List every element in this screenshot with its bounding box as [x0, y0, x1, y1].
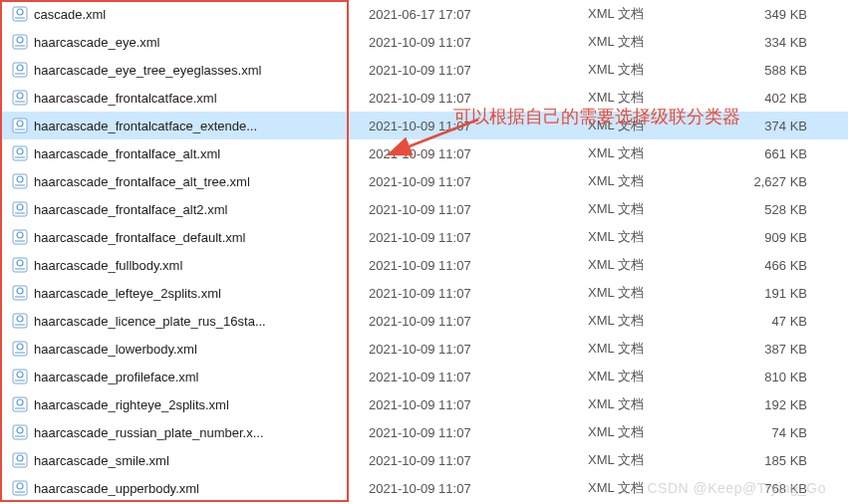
file-date: 2021-10-09 11:07	[369, 91, 471, 106]
file-date: 2021-10-09 11:07	[369, 146, 471, 161]
file-date: 2021-10-09 11:07	[369, 202, 471, 217]
annotation-text: 可以根据自己的需要选择级联分类器	[453, 105, 740, 128]
file-date: 2021-10-09 11:07	[369, 63, 471, 78]
file-size: 387 KB	[737, 342, 807, 357]
file-date: 2021-10-09 11:07	[369, 314, 471, 329]
file-date: 2021-10-09 11:07	[369, 342, 471, 357]
file-type: XML 文档	[588, 312, 644, 330]
file-size: 185 KB	[737, 453, 807, 468]
file-type: XML 文档	[588, 284, 644, 302]
file-size: 810 KB	[737, 370, 807, 384]
file-date: 2021-10-09 11:07	[369, 230, 471, 245]
file-date: 2021-10-09 11:07	[369, 425, 471, 440]
file-type: XML 文档	[588, 256, 644, 274]
file-type: XML 文档	[588, 479, 644, 497]
file-date: 2021-06-17 17:07	[369, 7, 471, 22]
file-date: 2021-10-09 11:07	[369, 174, 471, 189]
file-date: 2021-10-09 11:07	[369, 481, 471, 496]
file-list-highlight-box	[0, 0, 349, 502]
watermark: CSDN @Keep@Trying_Go	[647, 480, 826, 496]
file-size: 74 KB	[737, 425, 807, 440]
file-size: 374 KB	[737, 119, 807, 133]
file-size: 661 KB	[737, 146, 807, 161]
file-type: XML 文档	[588, 172, 644, 190]
file-date: 2021-10-09 11:07	[369, 370, 471, 384]
file-type: XML 文档	[588, 451, 644, 469]
file-type: XML 文档	[588, 61, 644, 79]
file-type: XML 文档	[588, 228, 644, 246]
file-date: 2021-10-09 11:07	[369, 453, 471, 468]
file-size: 349 KB	[737, 7, 807, 22]
file-size: 2,627 KB	[737, 174, 807, 189]
file-size: 47 KB	[737, 314, 807, 329]
file-size: 334 KB	[737, 35, 807, 50]
file-type: XML 文档	[588, 423, 644, 441]
file-type: XML 文档	[588, 340, 644, 358]
file-date: 2021-10-09 11:07	[369, 397, 471, 412]
file-size: 909 KB	[737, 230, 807, 245]
file-size: 588 KB	[737, 63, 807, 78]
file-size: 528 KB	[737, 202, 807, 217]
file-date: 2021-10-09 11:07	[369, 258, 471, 273]
file-type: XML 文档	[588, 144, 644, 162]
file-type: XML 文档	[588, 200, 644, 218]
file-type: XML 文档	[588, 33, 644, 51]
file-size: 402 KB	[737, 91, 807, 106]
file-type: XML 文档	[588, 395, 644, 413]
file-size: 191 KB	[737, 286, 807, 301]
file-size: 466 KB	[737, 258, 807, 273]
file-date: 2021-10-09 11:07	[369, 35, 471, 50]
file-type: XML 文档	[588, 5, 644, 23]
file-date: 2021-10-09 11:07	[369, 286, 471, 301]
file-size: 192 KB	[737, 397, 807, 412]
file-type: XML 文档	[588, 368, 644, 385]
